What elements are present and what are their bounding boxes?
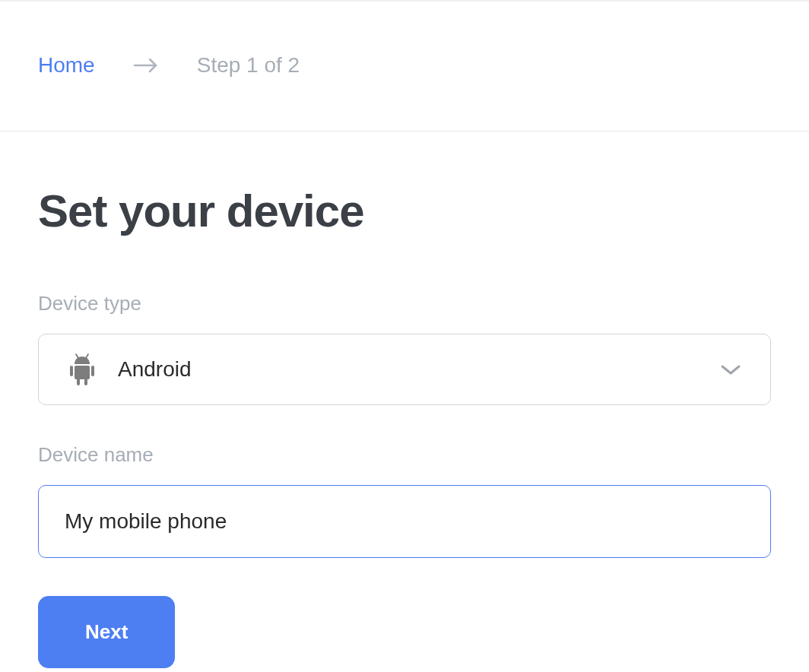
device-type-select[interactable]: Android xyxy=(38,334,771,405)
svg-rect-9 xyxy=(84,379,87,385)
svg-rect-8 xyxy=(77,379,80,385)
device-name-label: Device name xyxy=(38,443,771,467)
svg-rect-5 xyxy=(75,366,90,379)
device-name-group: Device name xyxy=(38,443,771,558)
breadcrumb-step-label: Step 1 of 2 xyxy=(197,53,300,78)
arrow-right-icon xyxy=(133,56,159,74)
device-name-input[interactable] xyxy=(38,485,771,558)
page-title: Set your device xyxy=(38,185,771,237)
chevron-down-icon xyxy=(720,363,741,376)
main-content: Set your device Device type Android xyxy=(0,132,809,668)
breadcrumb-home-link[interactable]: Home xyxy=(38,53,95,78)
svg-line-4 xyxy=(86,354,88,358)
device-type-value: Android xyxy=(118,357,720,382)
device-type-group: Device type Android xyxy=(38,292,771,405)
svg-rect-7 xyxy=(91,366,94,376)
svg-line-3 xyxy=(76,354,78,358)
svg-rect-6 xyxy=(70,366,73,376)
next-button[interactable]: Next xyxy=(38,596,175,668)
breadcrumb: Home Step 1 of 2 xyxy=(0,2,809,132)
device-type-label: Device type xyxy=(38,292,771,315)
android-icon xyxy=(68,353,97,386)
